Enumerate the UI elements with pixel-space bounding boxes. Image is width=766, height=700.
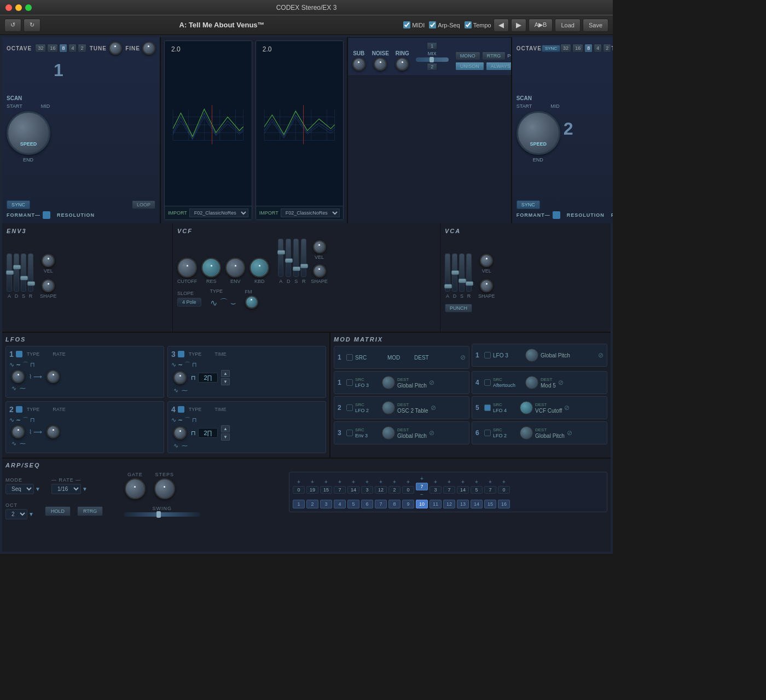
osc2-sync-button[interactable]: SYNC [517,200,540,209]
lfo2-shape3[interactable]: ⌒ [22,416,28,424]
osc1-oct-16[interactable]: 16 [47,44,58,53]
seq-plus-13[interactable]: + [461,479,465,485]
mod1-bypass[interactable]: ⊘ [460,354,466,361]
mod3-full-knob[interactable] [382,426,395,439]
save-button[interactable]: Save [583,19,608,32]
ab-button[interactable]: A▶B [529,19,553,32]
env3-s-slider[interactable] [21,253,26,292]
seq-plus-3[interactable]: + [324,479,328,485]
wavetable1-select[interactable]: F02_ClassicNoRes [189,209,248,217]
wavetable2-select[interactable]: F02_ClassicNoRes [281,209,340,217]
osc2-sync-top[interactable]: SYNC [542,45,560,52]
arpseq-checkbox[interactable]: Arp-Seq [429,21,460,28]
lfo2-shape8[interactable]: ⁓ [20,440,26,447]
lfo3-time-down[interactable]: ▼ [221,378,230,385]
lfo1-shape5[interactable]: ⌇ [29,373,32,380]
seq-plus-10[interactable]: + [420,476,423,482]
lfo1-type-knob[interactable] [11,370,25,383]
mod5-full-indicator[interactable] [484,404,491,411]
seq-num-11[interactable]: 11 [430,500,442,508]
osc2-oct-4[interactable]: 4 [594,44,602,53]
lfo2-rate-knob[interactable] [47,425,60,438]
seq-val-5[interactable]: 14 [347,486,359,494]
seq-num-5[interactable]: 5 [347,500,359,508]
seq-plus-14[interactable]: + [475,479,478,485]
osc1-scan-knob[interactable]: SPEED [7,111,50,155]
osc1-fine-knob[interactable] [142,42,155,55]
seq-plus-5[interactable]: + [352,479,355,485]
seq-num-2[interactable]: 2 [306,500,318,508]
osc2-scan-knob[interactable]: SPEED [517,111,560,155]
osc2-oct-32[interactable]: 32 [560,44,571,53]
lfo2-type-knob[interactable] [11,425,25,438]
filter-type-hp[interactable]: ⌣ [230,297,236,309]
mod1-data-indicator[interactable] [484,352,491,358]
osc1-oct-2[interactable]: 2 [78,44,86,53]
osc1-loop-button[interactable]: LOOP [132,200,155,209]
lfo3-shape4[interactable]: ⊓ [192,361,197,368]
seq-plus-2[interactable]: + [311,479,314,485]
close-btn[interactable] [5,4,12,11]
seq-num-1[interactable]: 1 [293,500,305,508]
env3-r-slider[interactable] [28,253,33,292]
mod3-full-bypass[interactable]: ⊘ [429,429,434,437]
seq-num-3[interactable]: 3 [320,500,332,508]
lfo1-shape2[interactable]: ∼ [16,361,21,368]
maximize-btn[interactable] [25,4,32,11]
mix1-button[interactable]: 1 [427,42,437,50]
mod1-data-bypass[interactable]: ⊘ [598,351,603,359]
lfo4-shape3[interactable]: ⌒ [184,416,190,424]
seq-plus-16[interactable]: + [502,479,506,485]
seq-val-13[interactable]: 14 [457,486,469,494]
vca-a-slider[interactable] [445,253,450,292]
vcf-kbd-knob[interactable] [249,258,269,277]
lfo1-shape6[interactable]: ⟿ [33,373,42,380]
seq-val-3[interactable]: 15 [320,486,332,494]
osc1-oct-32[interactable]: 32 [35,44,46,53]
lfo3-type-knob[interactable] [173,371,187,384]
seq-plus-15[interactable]: + [489,479,492,485]
lfo2-shape1[interactable]: ∿ [9,416,14,424]
next-preset-button[interactable]: ▶ [511,19,526,32]
mod2-full-knob[interactable] [382,401,395,414]
vcf-slope-button[interactable]: 4 Pole [177,298,201,306]
vcf-fm-knob[interactable] [245,296,258,309]
mod2-full-indicator[interactable] [346,404,353,411]
lfo2-shape2[interactable]: ∼ [16,416,21,424]
arp-oct-select[interactable]: 2 [5,509,27,519]
hold-button[interactable]: HOLD [45,506,71,516]
mod5-full-bypass[interactable]: ⊘ [564,404,570,412]
osc2-oct-2[interactable]: 2 [603,44,611,53]
seq-val-6[interactable]: 3 [361,486,373,494]
seq-plus-6[interactable]: + [365,479,369,485]
seq-val-15[interactable]: 7 [484,486,496,494]
mod3-full-indicator[interactable] [346,430,353,436]
ring-knob[interactable] [396,57,409,71]
seq-val-10[interactable]: 7 [416,483,428,490]
load-button[interactable]: Load [555,19,580,32]
unison-button[interactable]: UNISON [455,62,484,71]
lfo3-shape3[interactable]: ⌒ [184,361,190,369]
mono-button[interactable]: MONO [455,51,480,60]
midi-checkbox[interactable]: MIDI [403,21,425,28]
arp-rtrg-button[interactable]: RTRG [77,506,103,516]
seq-val-8[interactable]: 2 [388,486,401,494]
seq-plus-11[interactable]: + [434,479,437,485]
mod4-full-bypass[interactable]: ⊘ [558,379,564,386]
env3-shape-knob[interactable] [42,279,55,292]
vcf-r-slider[interactable] [301,239,306,277]
osc1-oct-4[interactable]: 4 [68,44,77,53]
lfo3-shape7[interactable]: ⁓ [182,387,188,394]
lfo3-shape5[interactable]: ⊓ [191,374,196,381]
vcf-res-knob[interactable] [201,258,221,277]
osc1-sync-button[interactable]: SYNC [7,200,30,209]
arp-rate-select[interactable]: 1/16 [51,484,81,494]
vcf-vel-knob[interactable] [313,240,326,253]
vca-d-slider[interactable] [452,253,457,292]
seq-plus-8[interactable]: + [393,479,396,485]
seq-val-9[interactable]: 0 [402,486,414,494]
seq-val-1[interactable]: 0 [293,486,305,494]
seq-plus-1[interactable]: + [297,479,300,485]
mod5-full-knob[interactable] [520,401,533,414]
lfo4-shape1[interactable]: ∿ [171,416,176,424]
